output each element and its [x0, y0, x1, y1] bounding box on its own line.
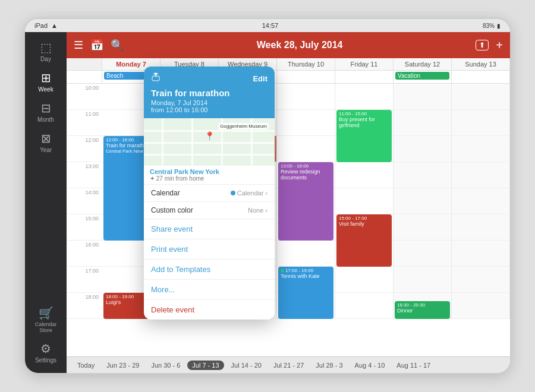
popup-action-templates[interactable]: Add to Templates [144, 260, 275, 280]
popup-action-more[interactable]: More... [144, 280, 275, 300]
popup-overlay: Edit Train for marathon Monday, 7 Jul 20… [25, 19, 510, 373]
map-streets: 📍 Guggenheim Museum [144, 118, 275, 166]
map-street-h2 [144, 142, 275, 144]
popup-more-label: More... [151, 285, 175, 294]
event-popup: Edit Train for marathon Monday, 7 Jul 20… [144, 67, 275, 320]
map-museum-label: Guggenheim Museum [218, 123, 269, 129]
popup-calendar-row: Calendar Calendar › [144, 185, 275, 202]
popup-delete-label: Delete event [151, 305, 194, 314]
popup-print-label: Print event [151, 245, 188, 254]
popup-map: 📍 Guggenheim Museum [144, 118, 275, 166]
popup-edit-button[interactable]: Edit [253, 74, 268, 83]
popup-time: from 12:00 to 16:00 [151, 106, 268, 113]
popup-header: Edit Train for marathon Monday, 7 Jul 20… [144, 67, 275, 118]
popup-color-chevron: › [265, 207, 268, 214]
popup-share-icon[interactable] [151, 72, 160, 84]
ipad-frame: iPad ▲ 14:57 83% ▮ ⬚ Day ⊞ Week ⊟ Month [24, 18, 511, 374]
map-street-v2 [191, 118, 193, 166]
map-street-h3 [144, 154, 275, 156]
popup-location-name: Central Park New York [150, 168, 269, 175]
popup-location-sub: ✦ 27 min from home [150, 175, 269, 182]
popup-templates-label: Add to Templates [151, 265, 210, 274]
popup-location[interactable]: Central Park New York ✦ 27 min from home [144, 166, 275, 185]
popup-action-print[interactable]: Print event [144, 239, 275, 260]
map-street-v1 [162, 118, 163, 166]
popup-color-row: Custom color None › [144, 202, 275, 219]
popup-share-label: Share event [151, 225, 193, 233]
popup-calendar-val: Calendar [237, 189, 264, 197]
popup-color-label: Custom color [151, 206, 248, 214]
popup-calendar-label: Calendar [151, 189, 231, 197]
map-pin: 📍 [204, 131, 215, 141]
popup-title: Train for marathon [151, 88, 268, 98]
popup-calendar-dot [231, 191, 235, 195]
popup-header-top: Edit [151, 72, 268, 84]
popup-date: Monday, 7 Jul 2014 [151, 99, 268, 106]
popup-calendar-value[interactable]: Calendar › [231, 189, 268, 197]
popup-action-share[interactable]: Share event [144, 219, 275, 239]
popup-calendar-chevron: › [265, 189, 268, 197]
popup-action-delete[interactable]: Delete event [144, 300, 275, 320]
popup-color-value[interactable]: None › [248, 207, 268, 214]
popup-color-val: None [248, 207, 263, 214]
